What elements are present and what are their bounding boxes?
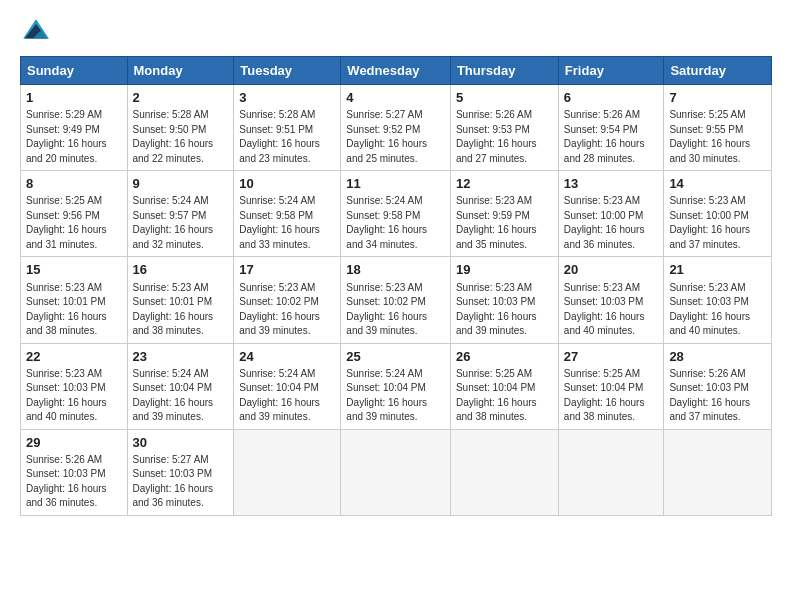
header-cell-sunday: Sunday	[21, 57, 128, 85]
day-number: 9	[133, 175, 229, 193]
day-cell: 28Sunrise: 5:26 AM Sunset: 10:03 PM Dayl…	[664, 343, 772, 429]
day-cell: 27Sunrise: 5:25 AM Sunset: 10:04 PM Dayl…	[558, 343, 664, 429]
day-detail: Sunrise: 5:28 AM Sunset: 9:51 PM Dayligh…	[239, 108, 335, 166]
day-detail: Sunrise: 5:23 AM Sunset: 10:00 PM Daylig…	[564, 194, 659, 252]
day-cell: 26Sunrise: 5:25 AM Sunset: 10:04 PM Dayl…	[450, 343, 558, 429]
day-number: 29	[26, 434, 122, 452]
header-cell-friday: Friday	[558, 57, 664, 85]
day-cell: 3Sunrise: 5:28 AM Sunset: 9:51 PM Daylig…	[234, 85, 341, 171]
day-number: 7	[669, 89, 766, 107]
day-cell: 29Sunrise: 5:26 AM Sunset: 10:03 PM Dayl…	[21, 429, 128, 515]
day-number: 17	[239, 261, 335, 279]
day-cell	[450, 429, 558, 515]
week-row-4: 22Sunrise: 5:23 AM Sunset: 10:03 PM Dayl…	[21, 343, 772, 429]
day-cell: 1Sunrise: 5:29 AM Sunset: 9:49 PM Daylig…	[21, 85, 128, 171]
day-number: 14	[669, 175, 766, 193]
day-number: 15	[26, 261, 122, 279]
logo	[20, 16, 56, 48]
day-cell: 30Sunrise: 5:27 AM Sunset: 10:03 PM Dayl…	[127, 429, 234, 515]
day-cell: 20Sunrise: 5:23 AM Sunset: 10:03 PM Dayl…	[558, 257, 664, 343]
day-detail: Sunrise: 5:23 AM Sunset: 10:03 PM Daylig…	[669, 281, 766, 339]
day-detail: Sunrise: 5:24 AM Sunset: 9:57 PM Dayligh…	[133, 194, 229, 252]
header-cell-monday: Monday	[127, 57, 234, 85]
day-number: 27	[564, 348, 659, 366]
week-row-1: 1Sunrise: 5:29 AM Sunset: 9:49 PM Daylig…	[21, 85, 772, 171]
day-detail: Sunrise: 5:23 AM Sunset: 10:01 PM Daylig…	[133, 281, 229, 339]
day-number: 24	[239, 348, 335, 366]
day-detail: Sunrise: 5:26 AM Sunset: 10:03 PM Daylig…	[26, 453, 122, 511]
day-detail: Sunrise: 5:26 AM Sunset: 9:54 PM Dayligh…	[564, 108, 659, 166]
day-number: 16	[133, 261, 229, 279]
header-cell-thursday: Thursday	[450, 57, 558, 85]
header	[20, 16, 772, 48]
day-number: 6	[564, 89, 659, 107]
day-cell	[558, 429, 664, 515]
day-cell: 5Sunrise: 5:26 AM Sunset: 9:53 PM Daylig…	[450, 85, 558, 171]
day-detail: Sunrise: 5:23 AM Sunset: 10:01 PM Daylig…	[26, 281, 122, 339]
day-detail: Sunrise: 5:24 AM Sunset: 9:58 PM Dayligh…	[239, 194, 335, 252]
day-detail: Sunrise: 5:23 AM Sunset: 10:03 PM Daylig…	[564, 281, 659, 339]
page: SundayMondayTuesdayWednesdayThursdayFrid…	[0, 0, 792, 612]
day-cell: 25Sunrise: 5:24 AM Sunset: 10:04 PM Dayl…	[341, 343, 451, 429]
day-detail: Sunrise: 5:27 AM Sunset: 9:52 PM Dayligh…	[346, 108, 445, 166]
calendar-header: SundayMondayTuesdayWednesdayThursdayFrid…	[21, 57, 772, 85]
day-detail: Sunrise: 5:27 AM Sunset: 10:03 PM Daylig…	[133, 453, 229, 511]
week-row-2: 8Sunrise: 5:25 AM Sunset: 9:56 PM Daylig…	[21, 171, 772, 257]
day-cell: 7Sunrise: 5:25 AM Sunset: 9:55 PM Daylig…	[664, 85, 772, 171]
day-cell: 21Sunrise: 5:23 AM Sunset: 10:03 PM Dayl…	[664, 257, 772, 343]
day-cell: 16Sunrise: 5:23 AM Sunset: 10:01 PM Dayl…	[127, 257, 234, 343]
header-row: SundayMondayTuesdayWednesdayThursdayFrid…	[21, 57, 772, 85]
day-detail: Sunrise: 5:29 AM Sunset: 9:49 PM Dayligh…	[26, 108, 122, 166]
day-detail: Sunrise: 5:25 AM Sunset: 9:56 PM Dayligh…	[26, 194, 122, 252]
day-cell: 11Sunrise: 5:24 AM Sunset: 9:58 PM Dayli…	[341, 171, 451, 257]
day-number: 13	[564, 175, 659, 193]
day-cell: 12Sunrise: 5:23 AM Sunset: 9:59 PM Dayli…	[450, 171, 558, 257]
day-detail: Sunrise: 5:25 AM Sunset: 10:04 PM Daylig…	[456, 367, 553, 425]
day-number: 28	[669, 348, 766, 366]
day-detail: Sunrise: 5:24 AM Sunset: 10:04 PM Daylig…	[133, 367, 229, 425]
header-cell-tuesday: Tuesday	[234, 57, 341, 85]
day-cell: 14Sunrise: 5:23 AM Sunset: 10:00 PM Dayl…	[664, 171, 772, 257]
day-detail: Sunrise: 5:24 AM Sunset: 9:58 PM Dayligh…	[346, 194, 445, 252]
day-detail: Sunrise: 5:24 AM Sunset: 10:04 PM Daylig…	[239, 367, 335, 425]
calendar-table: SundayMondayTuesdayWednesdayThursdayFrid…	[20, 56, 772, 516]
calendar-body: 1Sunrise: 5:29 AM Sunset: 9:49 PM Daylig…	[21, 85, 772, 516]
day-number: 18	[346, 261, 445, 279]
day-cell	[341, 429, 451, 515]
day-cell: 23Sunrise: 5:24 AM Sunset: 10:04 PM Dayl…	[127, 343, 234, 429]
day-number: 3	[239, 89, 335, 107]
day-cell	[664, 429, 772, 515]
header-cell-saturday: Saturday	[664, 57, 772, 85]
day-detail: Sunrise: 5:26 AM Sunset: 9:53 PM Dayligh…	[456, 108, 553, 166]
day-detail: Sunrise: 5:28 AM Sunset: 9:50 PM Dayligh…	[133, 108, 229, 166]
day-detail: Sunrise: 5:23 AM Sunset: 10:03 PM Daylig…	[26, 367, 122, 425]
day-number: 12	[456, 175, 553, 193]
day-number: 10	[239, 175, 335, 193]
day-number: 11	[346, 175, 445, 193]
day-detail: Sunrise: 5:23 AM Sunset: 10:02 PM Daylig…	[239, 281, 335, 339]
day-detail: Sunrise: 5:24 AM Sunset: 10:04 PM Daylig…	[346, 367, 445, 425]
header-cell-wednesday: Wednesday	[341, 57, 451, 85]
day-cell: 8Sunrise: 5:25 AM Sunset: 9:56 PM Daylig…	[21, 171, 128, 257]
day-number: 21	[669, 261, 766, 279]
day-cell: 24Sunrise: 5:24 AM Sunset: 10:04 PM Dayl…	[234, 343, 341, 429]
day-cell: 9Sunrise: 5:24 AM Sunset: 9:57 PM Daylig…	[127, 171, 234, 257]
week-row-5: 29Sunrise: 5:26 AM Sunset: 10:03 PM Dayl…	[21, 429, 772, 515]
day-number: 2	[133, 89, 229, 107]
day-number: 4	[346, 89, 445, 107]
day-detail: Sunrise: 5:23 AM Sunset: 10:02 PM Daylig…	[346, 281, 445, 339]
day-detail: Sunrise: 5:26 AM Sunset: 10:03 PM Daylig…	[669, 367, 766, 425]
day-cell: 22Sunrise: 5:23 AM Sunset: 10:03 PM Dayl…	[21, 343, 128, 429]
day-cell	[234, 429, 341, 515]
day-number: 5	[456, 89, 553, 107]
day-cell: 10Sunrise: 5:24 AM Sunset: 9:58 PM Dayli…	[234, 171, 341, 257]
day-cell: 13Sunrise: 5:23 AM Sunset: 10:00 PM Dayl…	[558, 171, 664, 257]
day-number: 1	[26, 89, 122, 107]
day-detail: Sunrise: 5:25 AM Sunset: 9:55 PM Dayligh…	[669, 108, 766, 166]
day-detail: Sunrise: 5:23 AM Sunset: 10:00 PM Daylig…	[669, 194, 766, 252]
day-cell: 15Sunrise: 5:23 AM Sunset: 10:01 PM Dayl…	[21, 257, 128, 343]
day-number: 30	[133, 434, 229, 452]
day-cell: 19Sunrise: 5:23 AM Sunset: 10:03 PM Dayl…	[450, 257, 558, 343]
day-detail: Sunrise: 5:23 AM Sunset: 9:59 PM Dayligh…	[456, 194, 553, 252]
day-number: 26	[456, 348, 553, 366]
